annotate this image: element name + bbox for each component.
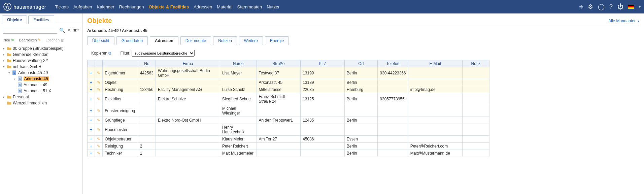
tools-icon[interactable]: ✖⁺ bbox=[73, 28, 79, 33]
new-button[interactable]: Neu ⊕ bbox=[3, 38, 14, 42]
expand-icon[interactable]: ▸ bbox=[2, 95, 5, 99]
edit-row-icon[interactable]: ✎ bbox=[95, 93, 103, 105]
expand-icon[interactable]: ▸ bbox=[2, 59, 5, 62]
edit-row-icon[interactable]: ✎ bbox=[95, 67, 103, 79]
subtab-adressen[interactable]: Adressen bbox=[150, 36, 178, 45]
table-row[interactable]: +✎FensterreinigungMichael Wiesinger bbox=[88, 105, 489, 117]
clear-icon[interactable]: ✕ bbox=[67, 28, 71, 33]
edit-row-icon[interactable]: ✎ bbox=[95, 105, 103, 117]
nav-item-kalender[interactable]: Kalender bbox=[97, 4, 114, 9]
tree-item[interactable]: ▸Hausverwaltung XY bbox=[2, 58, 80, 64]
tree-item[interactable]: ▸Personal bbox=[2, 94, 80, 100]
tree-label: Hausverwaltung XY bbox=[13, 58, 48, 63]
cell-strasse bbox=[257, 124, 301, 136]
add-row-icon[interactable]: + bbox=[88, 117, 95, 124]
col-header[interactable]: Firma bbox=[156, 60, 220, 67]
sidebar-tab-facilities[interactable]: Facilities bbox=[28, 15, 54, 24]
tree-item[interactable]: ▾GArkonastr. 45-49 bbox=[2, 70, 80, 76]
add-row-icon[interactable]: + bbox=[88, 86, 95, 93]
subtab-grunddaten[interactable]: Grunddaten bbox=[116, 36, 148, 45]
tree-item[interactable]: GArkonastr. 49 bbox=[2, 82, 80, 88]
nav-item-tickets[interactable]: Tickets bbox=[55, 4, 69, 9]
table-row[interactable]: +✎ObjektbetreuerKlaus MeierAm Tor 274508… bbox=[88, 136, 489, 143]
add-row-icon[interactable]: + bbox=[88, 150, 95, 157]
subtab-notizen[interactable]: Notizen bbox=[213, 36, 237, 45]
expand-icon[interactable]: ▾ bbox=[2, 65, 5, 68]
nav-item-adressen[interactable]: Adressen bbox=[194, 4, 212, 9]
table-row[interactable]: +✎Techniker1Max MustermeierBerlinMax@Mus… bbox=[88, 150, 489, 157]
edit-button[interactable]: Bearbeiten ✎ bbox=[19, 38, 41, 42]
delete-button[interactable]: Löschen 🗑 bbox=[45, 38, 64, 42]
power-icon[interactable]: ⏻ bbox=[617, 3, 623, 10]
tree-item[interactable]: ▸Gemeinde Kleindorf bbox=[2, 52, 80, 58]
user-icon[interactable]: ◯ bbox=[598, 3, 605, 10]
col-header[interactable]: PLZ bbox=[301, 60, 345, 67]
tree-item[interactable]: GArkonastr. 51 X bbox=[2, 88, 80, 94]
expand-icon[interactable]: ▸ bbox=[13, 77, 16, 80]
expand-icon[interactable]: ▸ bbox=[2, 53, 5, 56]
nav-item-objekte-facilities[interactable]: Objekte & Facilities bbox=[148, 4, 189, 9]
edit-row-icon[interactable]: ✎ bbox=[95, 117, 103, 124]
subtab-energie[interactable]: Energie bbox=[265, 36, 289, 45]
table-row[interactable]: +✎ObjektArkonastr. 4513189Berlin bbox=[88, 79, 489, 86]
table-row[interactable]: +✎Eigentümer442563Wohnungsgesellschaft B… bbox=[88, 67, 489, 79]
col-header[interactable] bbox=[88, 60, 95, 67]
copy-button[interactable]: Kopieren ⧉ bbox=[91, 51, 111, 56]
cell-email bbox=[408, 79, 462, 86]
add-row-icon[interactable]: + bbox=[88, 93, 95, 105]
tree-item[interactable]: Wenzel Immobilien bbox=[2, 100, 80, 106]
add-row-icon[interactable]: + bbox=[88, 79, 95, 86]
col-header[interactable]: Nr. bbox=[138, 60, 156, 67]
col-header[interactable] bbox=[103, 60, 138, 67]
nav-item-rechnungen[interactable]: Rechnungen bbox=[119, 4, 144, 9]
table-row[interactable]: +✎HausmeisterHenry Haustechnik bbox=[88, 124, 489, 136]
table-row[interactable]: +✎Reinigung2Peter ReichertBerlinPeter@Re… bbox=[88, 143, 489, 150]
flag-de-icon[interactable] bbox=[628, 5, 634, 9]
col-header[interactable]: Telefon bbox=[378, 60, 408, 67]
nav-item-material[interactable]: Material bbox=[217, 4, 232, 9]
add-row-icon[interactable]: + bbox=[88, 124, 95, 136]
cell-nr: 442563 bbox=[138, 67, 156, 79]
tree-item[interactable]: ▸00 Gruppe (Strukturbeispiel) bbox=[2, 45, 80, 52]
add-row-icon[interactable]: + bbox=[88, 136, 95, 143]
edit-row-icon[interactable]: ✎ bbox=[95, 136, 103, 143]
mandant-selector[interactable]: Alle Mandanten ▾ bbox=[608, 19, 639, 23]
nav-item-aufgaben[interactable]: Aufgaben bbox=[73, 4, 92, 9]
col-header[interactable]: Ort bbox=[344, 60, 377, 67]
add-row-icon[interactable]: + bbox=[88, 105, 95, 117]
add-row-icon[interactable]: + bbox=[88, 67, 95, 79]
col-header[interactable]: Notiz bbox=[462, 60, 489, 67]
filter-select[interactable]: zugewiesene Leistungsbereiche bbox=[132, 50, 195, 57]
table-row[interactable]: +✎Rechnung123456Facility Management AGLu… bbox=[88, 86, 489, 93]
sidebar-tab-objekte[interactable]: Objekte bbox=[2, 15, 27, 24]
search-input[interactable] bbox=[3, 27, 57, 34]
edit-row-icon[interactable]: ✎ bbox=[95, 79, 103, 86]
cell-name: Peter Reichert bbox=[220, 143, 257, 150]
col-header[interactable] bbox=[95, 60, 103, 67]
subtab-weitere[interactable]: Weitere bbox=[239, 36, 263, 45]
gear-icon[interactable]: ⚙ bbox=[588, 3, 593, 10]
table-row[interactable]: +✎ElektrikerElektro SchulzeSiegfried Sch… bbox=[88, 93, 489, 105]
search-icon[interactable]: 🔍 bbox=[59, 28, 65, 33]
flag-dropdown-icon[interactable]: ▾ bbox=[639, 5, 641, 9]
edit-row-icon[interactable]: ✎ bbox=[95, 86, 103, 93]
subtab-übersicht[interactable]: Übersicht bbox=[87, 36, 114, 45]
help-icon[interactable]: ? bbox=[609, 3, 613, 10]
nav-item-stammdaten[interactable]: Stammdaten bbox=[237, 4, 262, 9]
expand-icon[interactable]: ▸ bbox=[2, 47, 5, 50]
edit-row-icon[interactable]: ✎ bbox=[95, 150, 103, 157]
subtab-dokumente[interactable]: Dokumente bbox=[180, 36, 211, 45]
col-header[interactable]: Straße bbox=[257, 60, 301, 67]
edit-row-icon[interactable]: ✎ bbox=[95, 143, 103, 150]
table-row[interactable]: +✎GrünpflegeElektro Nord-Ost GmbHAn den … bbox=[88, 117, 489, 124]
tree-item[interactable]: ▸GArkonastr. 45 bbox=[2, 76, 80, 82]
col-header[interactable]: E-Mail bbox=[408, 60, 462, 67]
cell-strasse: Am Tor 27 bbox=[257, 136, 301, 143]
login-icon[interactable]: ⎆ bbox=[579, 3, 583, 10]
add-row-icon[interactable]: + bbox=[88, 143, 95, 150]
nav-item-nutzer[interactable]: Nutzer bbox=[267, 4, 279, 9]
edit-row-icon[interactable]: ✎ bbox=[95, 124, 103, 136]
tree-item[interactable]: ▾net-haus GmbH bbox=[2, 64, 80, 70]
expand-icon[interactable]: ▾ bbox=[7, 71, 11, 74]
col-header[interactable]: Name bbox=[220, 60, 257, 67]
